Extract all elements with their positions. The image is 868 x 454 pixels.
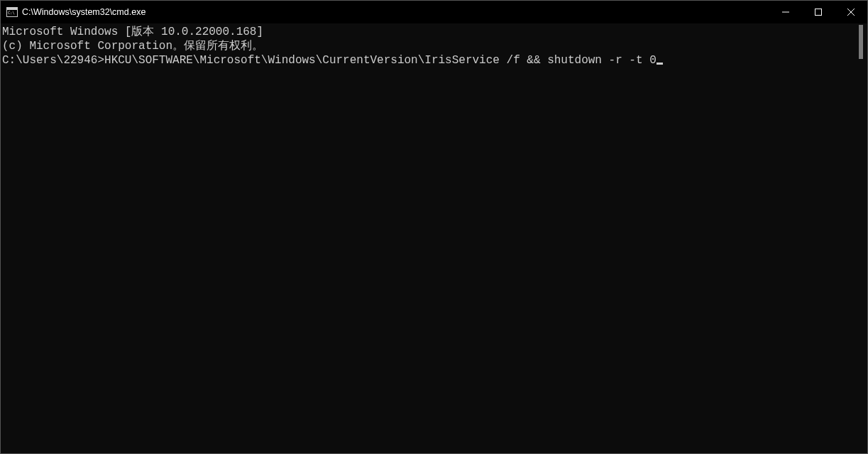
minimize-button[interactable] bbox=[769, 1, 802, 23]
output-line: Microsoft Windows [版本 10.0.22000.168] bbox=[2, 25, 867, 39]
scrollbar-thumb[interactable] bbox=[859, 25, 863, 59]
prompt: C:\Users\22946> bbox=[2, 54, 104, 67]
prompt-line: C:\Users\22946>HKCU\SOFTWARE\Microsoft\W… bbox=[2, 53, 867, 67]
output-line: (c) Microsoft Corporation。保留所有权利。 bbox=[2, 39, 867, 53]
text-cursor bbox=[657, 63, 663, 65]
terminal-area[interactable]: Microsoft Windows [版本 10.0.22000.168](c)… bbox=[1, 23, 867, 453]
svg-rect-1 bbox=[815, 9, 822, 16]
typed-command: HKCU\SOFTWARE\Microsoft\Windows\CurrentV… bbox=[104, 54, 657, 67]
vertical-scrollbar[interactable] bbox=[856, 23, 866, 453]
terminal-output[interactable]: Microsoft Windows [版本 10.0.22000.168](c)… bbox=[1, 23, 867, 453]
maximize-icon bbox=[815, 9, 822, 16]
window-title: C:\Windows\system32\cmd.exe bbox=[22, 7, 145, 17]
cmd-icon bbox=[6, 6, 18, 18]
close-icon bbox=[847, 9, 855, 16]
cmd-window: C:\Windows\system32\cmd.exe Microsoft Wi… bbox=[0, 0, 868, 454]
maximize-button[interactable] bbox=[802, 1, 835, 23]
titlebar[interactable]: C:\Windows\system32\cmd.exe bbox=[1, 1, 867, 23]
close-button[interactable] bbox=[835, 1, 867, 23]
svg-rect-0 bbox=[782, 12, 789, 13]
minimize-icon bbox=[782, 9, 789, 16]
